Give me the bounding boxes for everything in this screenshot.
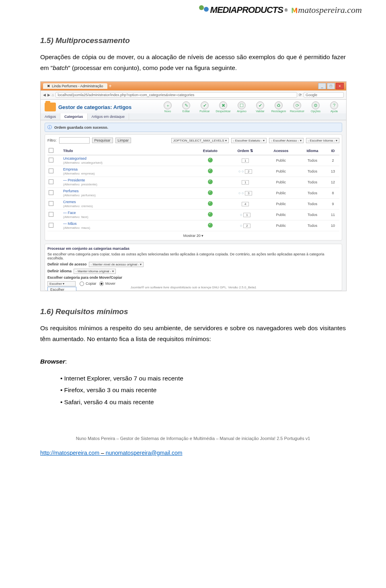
row-checkbox[interactable] — [49, 223, 53, 228]
toolbar-reciclagem[interactable]: ♻Reciclagem — [271, 101, 287, 113]
select-status[interactable]: - Escolher Estatuto - ▾ — [231, 138, 267, 143]
joomla-favicon-icon: ✖ — [47, 84, 50, 88]
batch-text: Se escolher uma categoria para copiar, t… — [47, 252, 339, 260]
order-input[interactable]: 1 — [243, 213, 250, 217]
filter-bar: Filtro: Pesquisar Limpar JOPTION_SELECT_… — [47, 137, 339, 144]
toolbar-despublicar[interactable]: ✖Despublicar — [215, 101, 231, 113]
order-input[interactable]: 1 — [242, 180, 249, 185]
row-checkbox[interactable] — [49, 179, 53, 184]
validar-icon: ✔ — [256, 101, 264, 109]
select-access[interactable]: - Escolher Acesso - ▾ — [269, 138, 303, 143]
category-link[interactable]: Cremes(Alternativo: cremes) — [62, 199, 193, 210]
table-row: Uncategorised(Alternativo: uncategorised… — [47, 155, 339, 166]
media-logo-icon — [199, 5, 209, 15]
row-checkbox[interactable] — [49, 212, 53, 217]
joomla-subtabs: Artigos Categorias Artigos em destaque — [41, 113, 346, 120]
category-link[interactable]: — Presidente(Alternativo: presidente) — [62, 177, 193, 188]
status-icon[interactable] — [208, 179, 213, 184]
check-all[interactable] — [49, 148, 53, 153]
row-checkbox[interactable] — [49, 169, 53, 173]
firefox-url-bar: ◀ ▶ ⌂ localhost/joomla25/administrator/i… — [41, 90, 346, 100]
select-language[interactable]: - Escolher Idioma - ▾ — [306, 138, 339, 143]
section-1-6-title: 1.6) Requisitos mínimos — [40, 307, 346, 316]
toolbar-publicar[interactable]: ✔Publicar — [197, 101, 213, 113]
toolbar-validar[interactable]: ✔Validar — [252, 101, 268, 113]
tab-artigos[interactable]: Artigos — [41, 113, 60, 120]
page-title: Gestor de categorias: Artigos — [45, 103, 131, 111]
status-icon[interactable] — [208, 158, 213, 162]
nav-home-icon[interactable]: ⌂ — [52, 93, 54, 97]
batch-header: Processar em conjunto as categorias marc… — [47, 247, 339, 251]
table-row: — Face(Alternativo: face)○ 1PublicTodos1… — [47, 210, 339, 220]
category-link[interactable]: Empresa(Alternativo: empresa) — [62, 166, 193, 177]
category-link[interactable]: Uncategorised(Alternativo: uncategorised… — [62, 155, 193, 166]
status-icon[interactable] — [208, 223, 213, 228]
browser-label: Browser: — [40, 356, 346, 367]
table-row: Empresa(Alternativo: empresa)○ ○ 2Public… — [47, 166, 339, 177]
select-max-levels[interactable]: JOPTION_SELECT_MAX_LEVELS ▾ — [171, 138, 229, 143]
joomla-header: Gestor de categorias: Artigos ＋Novo✎Edit… — [41, 100, 346, 113]
media-products-logo: MEDIAPRODUCTS® — [199, 5, 287, 15]
row-checkbox[interactable] — [49, 190, 53, 195]
order-input[interactable]: 2 — [243, 224, 250, 228]
status-icon[interactable] — [208, 201, 213, 206]
pager[interactable]: Mostrar 20 ▾ — [47, 234, 339, 238]
header-logos: MEDIAPRODUCTS® ᴍmatospereira.com — [199, 5, 362, 15]
dropdown-option[interactable]: Escolher — [48, 287, 76, 291]
order-input[interactable]: 4 — [242, 202, 249, 206]
table-row: — Mãos(Alternativo: maos)○ 2PublicTodos1… — [47, 220, 339, 231]
toolbar-novo[interactable]: ＋Novo — [160, 101, 176, 113]
table-row: Cremes(Alternativo: cremes) 4PublicTodos… — [47, 199, 339, 210]
window-maximize-button[interactable]: □ — [327, 83, 335, 89]
info-icon: ⓘ — [47, 124, 52, 130]
clear-button[interactable]: Limpar — [115, 138, 131, 143]
browser-list: Internet Explorer, versão 7 ou mais rece… — [60, 372, 346, 408]
footer-mail[interactable]: nunomatospereira@gmail.com — [106, 450, 183, 456]
toolbar-arquivo[interactable]: ☐Arquivo — [234, 101, 250, 113]
joomla-screenshot: _ □ × ✖ Linda Perfumes - Administração +… — [40, 81, 347, 291]
page-footer-line: Nuno Matos Pereira – Gestor de Sistemas … — [40, 436, 346, 441]
tab-categorias[interactable]: Categorias — [60, 113, 88, 120]
section-1-5-title: 1.5) Multiprocessamento — [40, 36, 346, 45]
filter-input[interactable] — [59, 137, 90, 144]
toolbar-opções[interactable]: ⚙Opções — [308, 101, 324, 113]
category-link[interactable]: — Face(Alternativo: face) — [62, 210, 193, 220]
url-input[interactable]: localhost/joomla25/administrator/index.p… — [55, 92, 297, 98]
section-1-5-paragraph: Operações de cópia ou de mover, ou a alo… — [40, 51, 346, 73]
page-footer-links: http://matospereira.com – nunomatosperei… — [40, 450, 346, 456]
category-link[interactable]: Perfumes(Alternativo: perfumes) — [62, 188, 193, 199]
row-checkbox[interactable] — [49, 201, 53, 206]
order-input[interactable]: 2 — [245, 169, 252, 174]
batch-access-select[interactable]: - Manter nível de acesso original - ▾ — [89, 262, 144, 267]
reconstruir-icon: ⟳ — [293, 101, 301, 109]
category-link[interactable]: — Mãos(Alternativo: maos) — [62, 220, 193, 231]
status-icon[interactable] — [208, 212, 213, 217]
arquivo-icon: ☐ — [238, 101, 246, 109]
nav-back-icon[interactable]: ◀ — [43, 93, 46, 97]
new-tab-button[interactable]: + — [109, 83, 112, 89]
batch-lang-select[interactable]: - Manter idioma original - ▾ — [74, 269, 116, 274]
publicar-icon: ✔ — [201, 101, 209, 109]
toolbar-reconstruir[interactable]: ⟳Reconstruir — [289, 101, 305, 113]
browser-tab[interactable]: ✖ Linda Perfumes - Administração — [43, 83, 107, 89]
order-input[interactable]: 1 — [242, 158, 249, 163]
status-icon[interactable] — [208, 190, 213, 195]
row-checkbox[interactable] — [49, 158, 53, 162]
reload-icon[interactable]: ⟳ — [299, 93, 302, 97]
firefox-tab-bar: ✖ Linda Perfumes - Administração + — [41, 82, 346, 90]
status-icon[interactable] — [208, 169, 213, 173]
list-item: Firefox, versão 3 ou mais recente — [60, 384, 346, 396]
tab-destaque[interactable]: Artigos em destaque — [88, 113, 129, 120]
window-minimize-button[interactable]: _ — [318, 83, 326, 89]
nav-fwd-icon[interactable]: ▶ — [47, 93, 50, 97]
table-row: — Presidente(Alternativo: presidente) 1P… — [47, 177, 339, 188]
batch-category-dropdown[interactable]: EscolherEscolherUncategorisedEmpresa- Pr… — [47, 287, 76, 291]
toolbar-ajuda[interactable]: ?Ajuda — [326, 101, 342, 113]
search-input[interactable]: Google — [304, 92, 344, 98]
categories-table: TítuloEstatutoOrdem ⇅AcessosIdiomaID Unc… — [47, 147, 339, 231]
window-close-button[interactable]: × — [336, 83, 344, 89]
order-input[interactable]: 3 — [245, 191, 252, 195]
search-button[interactable]: Pesquisar — [92, 138, 113, 143]
footer-url[interactable]: http://matospereira.com — [40, 450, 99, 456]
toolbar-editar[interactable]: ✎Editar — [178, 101, 194, 113]
